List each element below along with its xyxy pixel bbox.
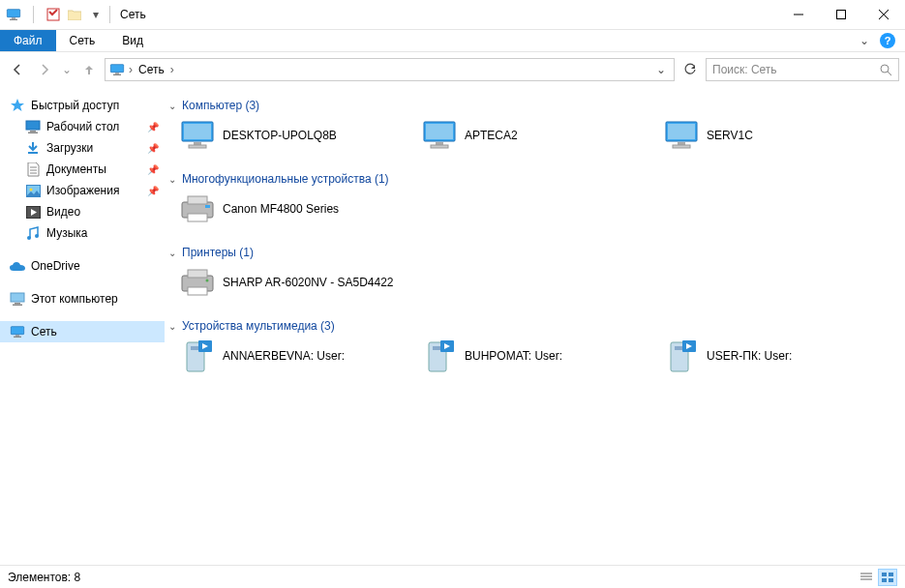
group-header[interactable]: ⌄Компьютер (3) xyxy=(168,95,901,116)
svg-rect-1 xyxy=(12,17,15,18)
tab-file[interactable]: Файл xyxy=(0,30,56,51)
minimize-button[interactable] xyxy=(777,0,820,29)
address-dropdown-icon[interactable]: ⌄ xyxy=(652,63,670,76)
up-button[interactable] xyxy=(77,58,101,81)
sidebar-item-label: Сеть xyxy=(31,325,57,338)
svg-rect-32 xyxy=(184,124,211,139)
sidebar-item-videos[interactable]: Видео xyxy=(0,201,165,222)
svg-rect-14 xyxy=(30,131,36,132)
sidebar-item-label: Музыка xyxy=(46,226,87,240)
svg-rect-28 xyxy=(11,327,23,335)
maximize-button[interactable] xyxy=(820,0,862,29)
group-header[interactable]: ⌄Устройства мультимедиа (3) xyxy=(168,315,901,337)
computer-icon xyxy=(664,118,699,153)
qat-newfolder-icon[interactable] xyxy=(67,7,82,22)
pictures-icon xyxy=(25,183,41,198)
item-label: USER-ПК: User: xyxy=(707,349,792,363)
computer-item[interactable]: APTECA2 xyxy=(410,116,652,155)
chevron-right-icon[interactable]: › xyxy=(129,63,133,76)
mfp-item[interactable]: Canon MF4800 Series xyxy=(168,190,410,228)
svg-rect-10 xyxy=(113,74,121,75)
group-header[interactable]: ⌄Принтеры (1) xyxy=(168,242,901,263)
view-details-button[interactable] xyxy=(857,569,876,586)
network-icon xyxy=(6,7,21,22)
view-icons-button[interactable] xyxy=(878,569,897,586)
onedrive-icon xyxy=(10,258,25,274)
svg-rect-40 xyxy=(668,124,695,139)
sidebar-network[interactable]: Сеть xyxy=(0,321,165,342)
item-label: APTECA2 xyxy=(465,129,518,142)
svg-rect-64 xyxy=(889,573,893,576)
pin-icon: 📌 xyxy=(147,122,159,132)
group-title: Компьютер (3) xyxy=(182,99,259,112)
address-bar[interactable]: › Сеть › ⌄ xyxy=(105,58,675,81)
search-icon xyxy=(880,64,892,76)
printer-item[interactable]: SHARP AR-6020NV - SA5D4422 xyxy=(168,263,410,302)
svg-rect-49 xyxy=(188,287,207,295)
group-mfp: ⌄Многофункциональные устройства (1)Canon… xyxy=(168,168,901,228)
chevron-down-icon: ⌄ xyxy=(168,101,176,111)
quick-access-toolbar: ▾ xyxy=(6,6,104,23)
sidebar-item-downloads[interactable]: Загрузки📌 xyxy=(0,137,165,159)
close-button[interactable] xyxy=(862,0,905,29)
forward-button[interactable] xyxy=(33,58,56,81)
recent-dropdown-icon[interactable]: ⌄ xyxy=(60,58,74,81)
sidebar-onedrive[interactable]: OneDrive xyxy=(0,255,165,277)
item-label: DESKTOP-UPOLQ8B xyxy=(223,129,337,142)
sidebar-quick-access[interactable]: Быстрый доступ xyxy=(0,95,165,116)
tab-view[interactable]: Вид xyxy=(108,30,157,51)
group-title: Устройства мультимедиа (3) xyxy=(182,319,335,333)
svg-rect-9 xyxy=(115,73,119,74)
svg-rect-38 xyxy=(431,145,448,148)
item-label: BUHPOMAT: User: xyxy=(465,349,562,363)
item-label: SHARP AR-6020NV - SA5D4422 xyxy=(223,276,394,289)
svg-rect-8 xyxy=(110,65,123,73)
music-icon xyxy=(25,225,41,241)
svg-rect-63 xyxy=(882,573,887,576)
ribbon: Файл Сеть Вид ⌄ ? xyxy=(0,29,905,52)
sidebar-item-music[interactable]: Музыка xyxy=(0,222,165,244)
svg-rect-44 xyxy=(188,196,207,204)
svg-rect-2 xyxy=(10,19,17,20)
group-header[interactable]: ⌄Многофункциональные устройства (1) xyxy=(168,168,901,190)
search-input[interactable]: Поиск: Сеть xyxy=(706,58,899,81)
sidebar-this-pc[interactable]: Этот компьютер xyxy=(0,288,165,309)
back-button[interactable] xyxy=(6,58,29,81)
navigation-bar: ⌄ › Сеть › ⌄ Поиск: Сеть xyxy=(0,52,905,87)
chevron-right-icon[interactable]: › xyxy=(170,63,174,76)
sidebar-item-documents[interactable]: Документы📌 xyxy=(0,159,165,180)
svg-rect-0 xyxy=(7,10,19,17)
computer-icon xyxy=(180,118,215,153)
svg-point-24 xyxy=(35,234,39,238)
computer-item[interactable]: SERV1C xyxy=(652,116,894,155)
sidebar-item-desktop[interactable]: Рабочий стол📌 xyxy=(0,116,165,137)
media-item[interactable]: USER-ПК: User: xyxy=(652,337,894,375)
navigation-pane: Быстрый доступ Рабочий стол📌Загрузки📌Док… xyxy=(0,87,165,565)
svg-rect-13 xyxy=(26,121,40,130)
qat-properties-icon[interactable] xyxy=(45,7,61,22)
media-item[interactable]: ANNAERBEVNA: User: xyxy=(168,337,410,375)
refresh-button[interactable] xyxy=(679,58,702,81)
pin-icon: 📌 xyxy=(147,143,159,154)
sidebar-item-pictures[interactable]: Изображения📌 xyxy=(0,180,165,201)
item-label: SERV1C xyxy=(707,129,753,142)
group-title: Принтеры (1) xyxy=(182,246,254,259)
svg-rect-29 xyxy=(15,335,19,336)
qat-dropdown-icon[interactable]: ▾ xyxy=(88,7,104,22)
tab-network[interactable]: Сеть xyxy=(56,30,109,51)
breadcrumb-network[interactable]: Сеть xyxy=(136,63,166,76)
media-icon xyxy=(422,338,457,373)
svg-point-50 xyxy=(206,279,209,282)
chevron-down-icon: ⌄ xyxy=(168,174,176,185)
computer-item[interactable]: DESKTOP-UPOLQ8B xyxy=(168,116,410,155)
svg-rect-42 xyxy=(673,145,690,148)
ribbon-toggle-icon[interactable]: ⌄ xyxy=(853,34,876,47)
group-title: Многофункциональные устройства (1) xyxy=(182,172,389,186)
media-item[interactable]: BUHPOMAT: User: xyxy=(410,337,652,375)
help-button[interactable]: ? xyxy=(876,33,899,48)
computer-icon xyxy=(422,118,457,153)
group-printer: ⌄Принтеры (1)SHARP AR-6020NV - SA5D4422 xyxy=(168,242,901,302)
documents-icon xyxy=(25,162,41,177)
network-icon xyxy=(10,324,25,339)
sidebar-item-label: Рабочий стол xyxy=(46,120,119,133)
